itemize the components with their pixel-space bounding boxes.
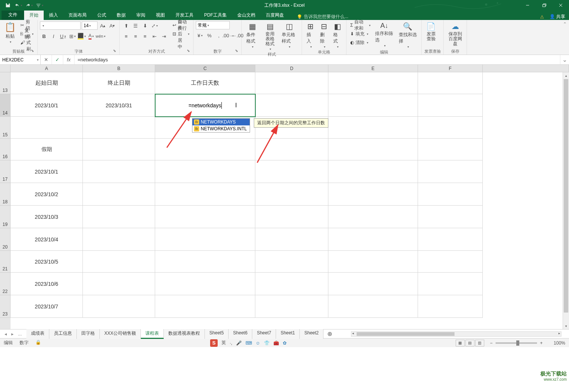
cell-B14[interactable]: 2023/10/31 [83,94,155,117]
cell-A18[interactable]: 2023/10/2 [11,183,83,206]
sheet-more[interactable]: ... [17,331,23,337]
close-button[interactable] [552,0,569,11]
align-right-button[interactable]: ≡ [141,32,149,40]
cell-E17[interactable] [328,160,418,183]
select-all-corner[interactable] [0,65,11,72]
align-bottom-button[interactable]: ⬇ [141,21,149,30]
scroll-down-button[interactable]: ▾ [563,323,569,329]
zoom-thumb[interactable] [516,340,519,346]
cell-F17[interactable] [418,160,483,183]
cell-B15[interactable] [83,117,155,139]
cell-E18[interactable] [328,183,418,206]
cell-E15[interactable] [328,117,418,139]
col-header-A[interactable]: A [11,65,83,72]
cell-F20[interactable] [418,228,483,251]
cell-C16[interactable] [155,139,255,160]
cell-E14[interactable] [328,94,418,117]
bold-button[interactable]: B [40,32,48,40]
normal-view-button[interactable]: ▦ [456,340,465,346]
cell-A14[interactable]: 2023/10/1 [11,94,83,117]
row-header-13[interactable]: 13 [0,72,11,94]
ime-voice-icon[interactable]: 🎤 [236,340,242,346]
conditional-format-button[interactable]: ▦条件格式 [244,21,261,49]
cell-C23[interactable] [155,295,255,318]
paste-button[interactable]: 📋 粘贴 [2,21,18,44]
decrease-indent-button[interactable]: ⇤ [150,32,159,40]
cell-E16[interactable] [328,139,418,160]
format-as-table-button[interactable]: ▤套用 表格格式 [262,21,279,52]
cell-B17[interactable] [83,160,155,183]
font-size-select[interactable]: 14 [82,21,98,30]
clipboard-launcher[interactable]: ⬊ [30,49,35,54]
cell-D17[interactable] [255,160,328,183]
align-center-button[interactable]: ≡ [131,32,140,40]
sheet-tab-Sheet5[interactable]: Sheet5 [205,329,229,339]
sheet-tab-数据透视表教程[interactable]: 数据透视表教程 [164,329,205,339]
number-format-select[interactable]: 常规 [196,21,230,29]
cell-A22[interactable]: 2023/10/6 [11,273,83,295]
cell-A13[interactable]: 起始日期 [11,72,83,94]
sheet-tab-课程表[interactable]: 课程表 [141,329,164,339]
fill-color-button[interactable]: ⬛ [78,32,86,40]
hscroll-thumb[interactable] [357,332,455,336]
cell-B16[interactable] [83,139,155,160]
insert-function-button[interactable]: fx [63,55,75,64]
cell-A21[interactable]: 2023/10/5 [11,251,83,273]
cell-D14[interactable] [255,94,328,117]
alignment-launcher[interactable]: ⬊ [186,49,191,54]
share-button[interactable]: 👤 共享 [549,14,565,20]
sheet-tab-XXX公司销售额[interactable]: XXX公司销售额 [100,329,141,339]
cell-A17[interactable]: 2023/10/1 [11,160,83,183]
sheet-tab-Sheet2[interactable]: Sheet2 [300,329,323,339]
phonetic-button[interactable]: wén [96,32,105,40]
vscroll-thumb[interactable] [564,79,568,313]
align-left-button[interactable]: ≡ [122,32,130,40]
sheet-nav-first[interactable]: ◂ [3,331,8,337]
cell-F15[interactable] [418,117,483,139]
zoom-out-button[interactable]: − [490,340,493,346]
warning-icon[interactable]: ⚠ [540,14,544,20]
save-button[interactable] [3,1,13,10]
fill-button[interactable]: ⬇填充 [349,30,372,38]
formula-input[interactable]: =networkdays [75,55,560,64]
tab-review[interactable]: 审阅 [131,11,151,20]
col-header-E[interactable]: E [328,65,418,72]
cell-C20[interactable] [155,228,255,251]
sheet-nav-last[interactable]: ▸ [10,331,15,337]
tell-me[interactable]: 💡 告诉我您想要做什么... [297,14,348,20]
cell-B20[interactable] [83,228,155,251]
cell-F21[interactable] [418,251,483,273]
orientation-button[interactable]: ⤢ [150,21,159,30]
underline-button[interactable]: U [59,32,67,40]
horizontal-scrollbar[interactable]: ◂ ▸ [351,331,561,337]
cell-D23[interactable] [255,295,328,318]
increase-font-button[interactable]: A▴ [99,21,107,30]
col-header-C[interactable]: C [155,65,255,72]
ime-user-icon[interactable]: 👕 [264,340,270,346]
cell-E23[interactable] [328,295,418,318]
tab-insert[interactable]: 插入 [44,11,63,20]
cell-B13[interactable]: 终止日期 [83,72,155,94]
autosum-button[interactable]: Σ自动求和 [349,21,372,29]
align-middle-button[interactable]: ☰ [131,21,140,30]
cell-E22[interactable] [328,273,418,295]
ime-face-icon[interactable]: ☺ [256,340,260,346]
vertical-scrollbar[interactable]: ▴ ▾ [563,72,569,329]
col-header-D[interactable]: D [255,65,328,72]
cell-styles-button[interactable]: ◫单元格样式 [279,21,299,49]
ime-settings-icon[interactable]: ✿ [283,340,287,346]
cell-C21[interactable] [155,251,255,273]
tab-data[interactable]: 数据 [111,11,131,20]
page-layout-view-button[interactable]: ▤ [465,340,474,346]
cell-D20[interactable] [255,228,328,251]
cancel-formula-button[interactable]: ✕ [41,55,52,64]
align-top-button[interactable]: ⬆ [122,21,130,30]
sheet-tab-Sheet7[interactable]: Sheet7 [252,329,276,339]
row-header-17[interactable]: 17 [0,160,11,183]
sheet-tab-成绩表[interactable]: 成绩表 [26,329,49,339]
sort-filter-button[interactable]: A↓排序和筛选 [373,21,395,48]
cell-F23[interactable] [418,295,483,318]
tab-kingsoft-docs[interactable]: 金山文档 [232,11,261,20]
autocomplete-item-networkdays-intl[interactable]: fxNETWORKDAYS.INTL [192,125,250,132]
cell-F19[interactable] [418,206,483,228]
